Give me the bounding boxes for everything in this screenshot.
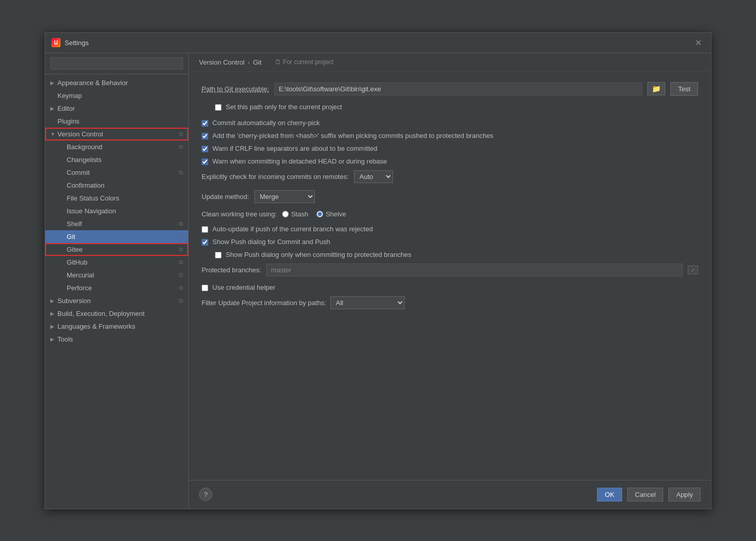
shelve-label: Shelve (326, 210, 346, 218)
path-label: Path to Git executable: (202, 85, 269, 93)
sidebar-item-label: GitHub (67, 258, 87, 266)
sidebar-item-build[interactable]: ▶ Build, Execution, Deployment (45, 307, 188, 320)
stash-radio-item: Stash (282, 210, 308, 218)
stash-label: Stash (291, 210, 308, 218)
arrow-icon: ▶ (50, 80, 57, 86)
sidebar-item-tools[interactable]: ▶ Tools (45, 333, 188, 346)
breadcrumb-current: Git (253, 58, 262, 66)
sidebar-item-shelf[interactable]: Shelf ⧉ (45, 217, 188, 230)
warn-detached-row: Warn when committing in detached HEAD or… (202, 157, 698, 165)
show-push-checkbox[interactable] (202, 239, 208, 246)
filter-row: Filter Update Project information by pat… (202, 296, 698, 309)
copy-icon: ⧉ (179, 221, 183, 227)
radio-group: Stash Shelve (282, 210, 346, 218)
close-button[interactable]: ✕ (692, 37, 705, 49)
copy-icon: ⧉ (179, 285, 183, 291)
sidebar-item-file-status-colors[interactable]: File Status Colors (45, 192, 188, 205)
incoming-label: Explicitly check for incoming commits on… (202, 173, 349, 181)
test-button[interactable]: Test (670, 82, 698, 96)
version-control-wrapper: ▼ Version Control ⧉ (45, 128, 188, 141)
update-method-dropdown[interactable]: Merge Rebase Branch default (254, 190, 315, 203)
sidebar-item-github[interactable]: GitHub ⧉ (45, 256, 188, 269)
arrow-icon: ▶ (50, 336, 57, 342)
sidebar-item-label: Gitee (67, 246, 83, 253)
sidebar-item-version-control[interactable]: ▼ Version Control ⧉ (45, 128, 188, 141)
apply-button[interactable]: Apply (668, 488, 701, 502)
sidebar-item-commit[interactable]: Commit ⧉ (45, 166, 188, 179)
arrow-icon: ▶ (50, 324, 57, 329)
add-suffix-label: Add the 'cherry-picked from <hash>' suff… (212, 132, 493, 139)
expand-button[interactable]: ⤢ (688, 266, 698, 274)
warn-crlf-label: Warn if CRLF line separators are about t… (212, 145, 377, 152)
copy-icon: ⧉ (179, 259, 183, 266)
sidebar-item-appearance[interactable]: ▶ Appearance & Behavior (45, 76, 188, 89)
sidebar-item-label: Background (67, 143, 102, 151)
sidebar-item-languages[interactable]: ▶ Languages & Frameworks (45, 320, 188, 333)
search-input[interactable] (50, 57, 183, 70)
protected-label: Protected branches: (202, 266, 261, 274)
sidebar-item-confirmation[interactable]: Confirmation (45, 179, 188, 192)
sidebar-item-label: Subversion (57, 297, 91, 305)
folder-button[interactable]: 📁 (647, 82, 665, 95)
ok-button[interactable]: OK (597, 488, 622, 502)
dialog-title: Settings (65, 39, 89, 47)
sidebar-item-label: Editor (57, 105, 75, 112)
stash-radio[interactable] (282, 211, 289, 217)
set-path-checkbox[interactable] (215, 104, 222, 111)
protected-input[interactable] (266, 264, 683, 276)
sidebar-item-git[interactable]: Git ⧉ (45, 230, 188, 243)
show-push-protected-row: Show Push dialog only when committing to… (215, 251, 698, 258)
warn-detached-checkbox[interactable] (202, 158, 208, 165)
sidebar-item-label: Confirmation (67, 182, 105, 189)
project-icon: 🗒 (275, 58, 281, 66)
warn-crlf-checkbox[interactable] (202, 146, 208, 152)
sidebar-item-label: Plugins (57, 117, 79, 125)
show-push-label: Show Push dialog for Commit and Push (212, 238, 330, 246)
warn-crlf-row: Warn if CRLF line separators are about t… (202, 145, 698, 152)
path-input[interactable] (274, 83, 643, 95)
sidebar-item-background[interactable]: Background ⧉ (45, 141, 188, 153)
sidebar-item-label: Languages & Frameworks (57, 323, 135, 330)
path-row: Path to Git executable: 📁 Test (202, 82, 698, 96)
sidebar-item-mercurial[interactable]: Mercurial ⧉ (45, 269, 188, 282)
auto-update-row: Auto-update if push of the current branc… (202, 225, 698, 233)
shelve-radio[interactable] (316, 211, 323, 217)
add-suffix-checkbox[interactable] (202, 133, 208, 139)
incoming-row: Explicitly check for incoming commits on… (202, 170, 698, 183)
auto-update-checkbox[interactable] (202, 226, 208, 233)
commit-cherry-checkbox[interactable] (202, 120, 208, 127)
title-bar: U Settings ✕ (45, 33, 711, 53)
sidebar-item-perforce[interactable]: Perforce ⧉ (45, 282, 188, 294)
incoming-dropdown[interactable]: Auto Always Never (354, 170, 393, 183)
breadcrumb-project: 🗒 For current project (275, 58, 333, 66)
settings-dialog: U Settings ✕ ▶ Appearance & Behavior Key… (45, 32, 711, 509)
help-button[interactable]: ? (199, 488, 212, 501)
commit-cherry-label: Commit automatically on cherry-pick (212, 119, 320, 127)
show-push-protected-label: Show Push dialog only when committing to… (226, 251, 411, 258)
sidebar-item-label: Version Control (57, 130, 103, 138)
filter-dropdown[interactable]: All Affected paths only (330, 296, 405, 309)
sidebar-item-subversion[interactable]: ▶ Subversion ⧉ (45, 294, 188, 307)
show-push-protected-checkbox[interactable] (215, 252, 222, 258)
arrow-icon: ▼ (50, 131, 57, 137)
sidebar-item-label: Perforce (67, 284, 92, 292)
sidebar-item-editor[interactable]: ▶ Editor (45, 102, 188, 115)
arrow-icon: ▶ (50, 298, 57, 304)
sidebar-item-keymap[interactable]: Keymap (45, 89, 188, 102)
set-path-row: Set this path only for the current proje… (215, 103, 698, 111)
app-icon: U (51, 38, 61, 47)
sidebar-item-gitee[interactable]: Gitee ⧉ (45, 243, 188, 256)
protected-branches-row: Protected branches: ⤢ (202, 264, 698, 276)
sidebar-item-plugins[interactable]: Plugins (45, 115, 188, 128)
cancel-button[interactable]: Cancel (627, 488, 663, 502)
sidebar-item-issue-navigation[interactable]: Issue Navigation (45, 205, 188, 217)
credential-checkbox[interactable] (202, 285, 208, 291)
footer: ? OK Cancel Apply (189, 480, 711, 509)
update-method-row: Update method: Merge Rebase Branch defau… (202, 190, 698, 203)
show-push-row: Show Push dialog for Commit and Push (202, 238, 698, 246)
sidebar-item-label: Keymap (57, 92, 82, 99)
sidebar-item-changelists[interactable]: Changelists (45, 153, 188, 166)
footer-left: ? (199, 488, 212, 501)
sidebar: ▶ Appearance & Behavior Keymap ▶ Editor … (45, 53, 189, 509)
auto-update-label: Auto-update if push of the current branc… (212, 225, 373, 233)
